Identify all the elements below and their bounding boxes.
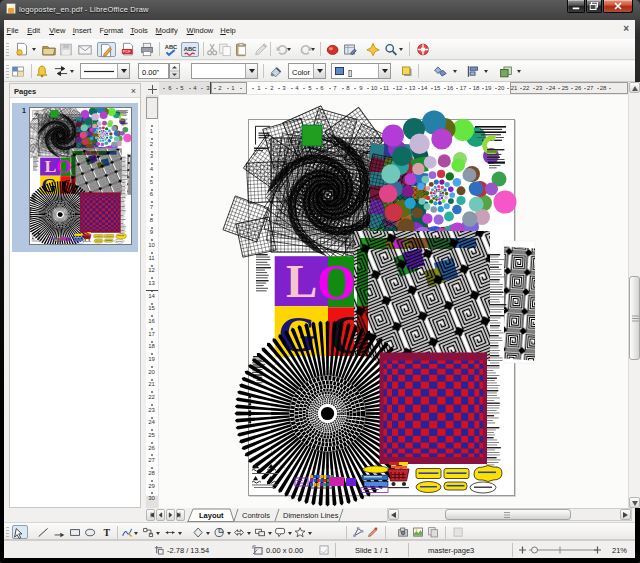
svg-text:Controls: Controls — [242, 511, 270, 520]
svg-text:Dimension Lines: Dimension Lines — [283, 511, 339, 520]
svg-text:T: T — [103, 527, 110, 538]
svg-text:PDF: PDF — [123, 49, 132, 54]
svg-text:ABC: ABC — [165, 44, 177, 50]
svg-text:O: O — [317, 254, 356, 310]
svg-text:Layout: Layout — [199, 511, 224, 520]
svg-text:ABC: ABC — [184, 46, 196, 52]
svg-text:L: L — [286, 255, 317, 307]
